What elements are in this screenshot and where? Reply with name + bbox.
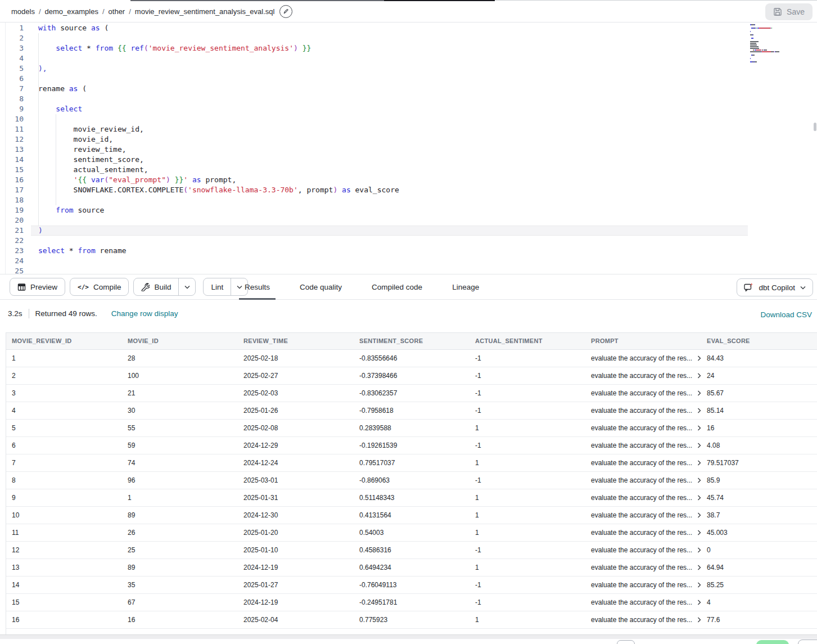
- code-line[interactable]: 4: [0, 53, 817, 64]
- prompt-expand-button[interactable]: [697, 530, 701, 535]
- download-csv-link[interactable]: Download CSV: [760, 310, 812, 319]
- prompt-cell[interactable]: evaluate the accuracy of the res...: [585, 542, 701, 559]
- prompt-expand-button[interactable]: [697, 408, 701, 413]
- code-line[interactable]: 2: [0, 33, 817, 43]
- prompt-cell[interactable]: evaluate the accuracy of the res...: [585, 611, 701, 628]
- change-row-display-link[interactable]: Change row display: [111, 309, 178, 318]
- breadcrumb-action-icon[interactable]: [279, 5, 292, 18]
- code-line[interactable]: 5),: [0, 64, 817, 74]
- prompt-expand-button[interactable]: [697, 582, 701, 588]
- code-line[interactable]: 21): [0, 226, 817, 236]
- code-line[interactable]: 20: [0, 215, 817, 226]
- partial-button[interactable]: [798, 640, 817, 644]
- prompt-cell[interactable]: evaluate the accuracy of the res...: [585, 402, 701, 419]
- breadcrumb-item[interactable]: other: [109, 7, 125, 16]
- code-line[interactable]: 9 select: [0, 104, 817, 114]
- breadcrumb-separator: /: [129, 7, 131, 16]
- editor-minimap[interactable]: [750, 24, 813, 66]
- table-cell: 25: [122, 542, 238, 559]
- minimap-line: [750, 49, 813, 51]
- code-line[interactable]: 15 actual_sentiment,: [0, 165, 817, 175]
- column-header[interactable]: MOVIE_REVIEW_ID: [6, 333, 122, 349]
- code-line[interactable]: 7rename as (: [0, 84, 817, 94]
- column-header[interactable]: ACTUAL_SENTIMENT: [470, 333, 585, 349]
- code-line[interactable]: 11 movie_review_id,: [0, 124, 817, 134]
- code-line[interactable]: 14 sentiment_score,: [0, 155, 817, 165]
- code-line[interactable]: 12 movie_id,: [0, 134, 817, 145]
- prompt-cell[interactable]: evaluate the accuracy of the res...: [585, 437, 701, 454]
- prompt-cell[interactable]: evaluate the accuracy of the res...: [585, 367, 701, 384]
- table-row: 14352025-01-27-0.76049113-1evaluate the …: [6, 577, 817, 594]
- prompt-cell[interactable]: evaluate the accuracy of the res...: [585, 350, 701, 367]
- prompt-cell[interactable]: evaluate the accuracy of the res...: [585, 559, 701, 576]
- prompt-expand-button[interactable]: [697, 565, 701, 570]
- code-line[interactable]: 18: [0, 195, 817, 205]
- tab-code-quality[interactable]: Code quality: [294, 274, 347, 299]
- line-number: 16: [0, 175, 24, 185]
- tab-results[interactable]: Results: [239, 274, 276, 299]
- editor-scrollbar-thumb[interactable]: [814, 123, 816, 131]
- prompt-cell[interactable]: evaluate the accuracy of the res...: [585, 507, 701, 524]
- prompt-expand-button[interactable]: [697, 390, 701, 396]
- code-line[interactable]: 25: [0, 266, 817, 274]
- code-editor[interactable]: 1with source as (23 select * from {{ ref…: [0, 22, 817, 274]
- code-line[interactable]: 10: [0, 114, 817, 124]
- prompt-expand-button[interactable]: [697, 443, 701, 448]
- build-dropdown-button[interactable]: [178, 278, 195, 295]
- prompt-preview-text: evaluate the accuracy of the res...: [591, 459, 692, 467]
- prompt-cell[interactable]: evaluate the accuracy of the res...: [585, 577, 701, 593]
- prompt-expand-button[interactable]: [697, 478, 701, 483]
- breadcrumb-item[interactable]: movie_review_sentiment_analysis_eval.sql: [135, 7, 275, 16]
- code-line[interactable]: 24: [0, 256, 817, 266]
- prompt-expand-button[interactable]: [697, 495, 701, 501]
- code-line[interactable]: 13 review_time,: [0, 145, 817, 155]
- prompt-cell[interactable]: evaluate the accuracy of the res...: [585, 420, 701, 436]
- dbt-copilot-button[interactable]: dbt Copilot: [737, 278, 813, 296]
- column-header[interactable]: SENTIMENT_SCORE: [354, 333, 470, 349]
- tab-compiled-code[interactable]: Compiled code: [366, 274, 428, 299]
- prompt-cell[interactable]: evaluate the accuracy of the res...: [585, 629, 701, 634]
- code-line[interactable]: 6: [0, 74, 817, 84]
- prompt-expand-button[interactable]: [697, 460, 701, 466]
- tab-lineage[interactable]: Lineage: [446, 274, 485, 299]
- code-line[interactable]: 22: [0, 236, 817, 246]
- table-cell: -1: [470, 437, 585, 454]
- prompt-cell[interactable]: evaluate the accuracy of the res...: [585, 489, 701, 506]
- prompt-expand-button[interactable]: [697, 600, 701, 605]
- column-header[interactable]: EVAL_SCORE: [701, 333, 817, 349]
- prompt-cell[interactable]: evaluate the accuracy of the res...: [585, 454, 701, 471]
- prompt-expand-button[interactable]: [697, 355, 701, 361]
- table-cell: 2025-01-26: [238, 402, 354, 419]
- prompt-expand-button[interactable]: [697, 547, 701, 553]
- prompt-expand-button[interactable]: [697, 512, 701, 518]
- table-row: 21002025-02-27-0.37398466-1evaluate the …: [6, 367, 817, 385]
- prompt-cell[interactable]: evaluate the accuracy of the res...: [585, 524, 701, 541]
- breadcrumb-item[interactable]: demo_examples: [45, 7, 98, 16]
- partial-green-button[interactable]: [756, 640, 789, 644]
- prompt-cell[interactable]: evaluate the accuracy of the res...: [585, 594, 701, 611]
- prompt-cell[interactable]: evaluate the accuracy of the res...: [585, 385, 701, 402]
- preview-button[interactable]: Preview: [10, 278, 65, 296]
- compile-button[interactable]: </> Compile: [70, 278, 129, 296]
- lint-button[interactable]: Lint: [204, 278, 231, 295]
- code-line[interactable]: 8: [0, 94, 817, 104]
- prompt-expand-button[interactable]: [697, 617, 701, 623]
- code-line[interactable]: 16 '{{ var("eval_prompt") }}' as prompt,: [0, 175, 817, 185]
- prompt-expand-button[interactable]: [697, 425, 701, 431]
- column-header[interactable]: REVIEW_TIME: [238, 333, 354, 349]
- horizontal-scrollbar[interactable]: [0, 634, 817, 639]
- code-line[interactable]: 3 select * from {{ ref('movie_review_sen…: [0, 43, 817, 53]
- prompt-expand-button[interactable]: [697, 373, 701, 379]
- column-header[interactable]: MOVIE_ID: [122, 333, 238, 349]
- partial-button[interactable]: [617, 640, 635, 644]
- breadcrumb-item[interactable]: models: [11, 7, 35, 16]
- save-button[interactable]: Save: [765, 3, 813, 20]
- code-line[interactable]: 19 from source: [0, 205, 817, 215]
- column-header[interactable]: PROMPT: [585, 333, 701, 349]
- build-button[interactable]: Build: [134, 278, 178, 295]
- code-line[interactable]: 23select * from rename: [0, 246, 817, 256]
- code-line[interactable]: 17 SNOWFLAKE.CORTEX.COMPLETE('snowflake-…: [0, 185, 817, 195]
- table-cell: 26: [122, 524, 238, 541]
- code-line[interactable]: 1with source as (: [0, 23, 817, 33]
- prompt-cell[interactable]: evaluate the accuracy of the res...: [585, 472, 701, 489]
